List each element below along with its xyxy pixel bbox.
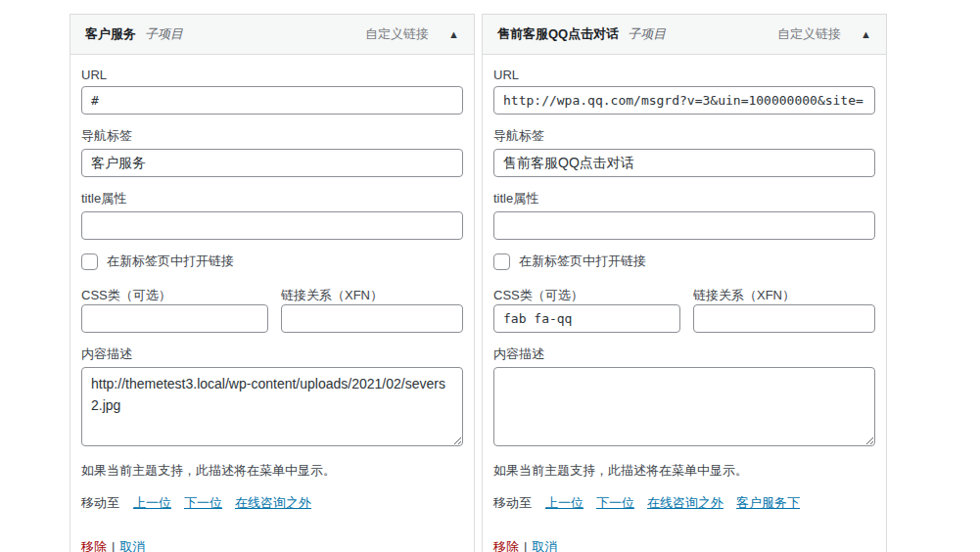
xfn-field-group: 链接关系（XFN）: [693, 287, 875, 333]
move-row: 移动至 上一位 下一位 在线咨询之外 客户服务下: [493, 494, 875, 512]
nav-label-field-group: 导航标签: [493, 127, 875, 177]
remove-link[interactable]: 移除: [493, 539, 519, 552]
subitem-badge: 子项目: [145, 25, 183, 43]
open-new-tab-checkbox[interactable]: [493, 253, 510, 270]
open-new-tab-checkbox[interactable]: [81, 253, 98, 270]
collapse-arrow-icon[interactable]: ▲: [448, 29, 459, 40]
remove-link[interactable]: 移除: [81, 539, 107, 552]
css-class-input[interactable]: [493, 304, 680, 333]
url-field-group: URL: [493, 68, 875, 115]
title-attr-field-group: title属性: [493, 190, 875, 240]
move-to-label: 移动至: [81, 494, 119, 512]
subitem-badge: 子项目: [628, 25, 666, 43]
url-label: URL: [81, 68, 463, 82]
url-input[interactable]: [493, 86, 875, 115]
css-xfn-row: CSS类（可选） 链接关系（XFN）: [81, 287, 463, 333]
cancel-link[interactable]: 取消: [119, 539, 145, 552]
xfn-label: 链接关系（XFN）: [693, 288, 795, 302]
move-under-parent-link[interactable]: 客户服务下: [736, 494, 800, 512]
move-up-link[interactable]: 上一位: [133, 494, 171, 512]
cancel-link[interactable]: 取消: [532, 539, 557, 552]
open-new-tab-label: 在新标签页中打开链接: [519, 253, 646, 270]
menu-items-area: 客户服务 子项目 自定义链接 ▲ URL 导航标签 title属性 在新标签页中…: [0, 0, 980, 552]
menu-item-title: 售前客服QQ点击对话: [497, 25, 619, 43]
css-class-field-group: CSS类（可选）: [493, 287, 680, 333]
description-textarea[interactable]: http://themetest3.local/wp-content/uploa…: [81, 367, 463, 446]
menu-item-panel-presale-qq: 售前客服QQ点击对话 子项目 自定义链接 ▲ URL 导航标签 title属性 …: [482, 14, 887, 552]
item-type-label: 自定义链接: [365, 25, 429, 43]
menu-item-settings: URL 导航标签 title属性 在新标签页中打开链接 CSS类（可选）: [482, 55, 887, 552]
xfn-input[interactable]: [281, 304, 463, 333]
title-attr-input[interactable]: [493, 211, 875, 240]
move-down-link[interactable]: 下一位: [184, 494, 222, 512]
css-class-input[interactable]: [81, 304, 268, 333]
open-new-tab-row: 在新标签页中打开链接: [493, 253, 875, 270]
url-field-group: URL: [81, 68, 463, 115]
description-field-group: 内容描述: [493, 345, 875, 449]
nav-label-input[interactable]: [493, 149, 875, 177]
nav-label-input[interactable]: [81, 149, 463, 177]
xfn-input[interactable]: [693, 304, 875, 333]
title-attr-input[interactable]: [81, 211, 463, 240]
item-type-label: 自定义链接: [777, 25, 841, 43]
move-out-link[interactable]: 在线咨询之外: [647, 494, 723, 512]
xfn-label: 链接关系（XFN）: [281, 288, 383, 302]
open-new-tab-row: 在新标签页中打开链接: [81, 253, 463, 270]
menu-item-handle[interactable]: 客户服务 子项目 自定义链接 ▲: [70, 14, 475, 55]
menu-item-handle[interactable]: 售前客服QQ点击对话 子项目 自定义链接 ▲: [482, 14, 887, 55]
css-class-label: CSS类（可选）: [493, 288, 583, 302]
nav-label-label: 导航标签: [493, 127, 875, 145]
url-input[interactable]: [81, 86, 463, 115]
actions-separator: |: [112, 539, 115, 552]
title-attr-label: title属性: [81, 190, 463, 207]
move-to-label: 移动至: [493, 494, 532, 512]
url-label: URL: [493, 68, 875, 82]
title-attr-label: title属性: [493, 190, 875, 207]
xfn-field-group: 链接关系（XFN）: [281, 287, 463, 333]
description-label: 内容描述: [493, 345, 875, 363]
title-attr-field-group: title属性: [81, 190, 463, 240]
move-up-link[interactable]: 上一位: [545, 494, 583, 512]
move-row: 移动至 上一位 下一位 在线咨询之外: [81, 494, 463, 512]
move-down-link[interactable]: 下一位: [596, 494, 634, 512]
actions-separator: |: [524, 539, 527, 552]
nav-label-field-group: 导航标签: [81, 127, 463, 177]
open-new-tab-label: 在新标签页中打开链接: [107, 253, 234, 270]
nav-label-label: 导航标签: [81, 127, 463, 145]
description-field-group: 内容描述 http://themetest3.local/wp-content/…: [81, 345, 463, 449]
description-hint: 如果当前主题支持，此描述将在菜单中显示。: [81, 462, 463, 480]
item-actions: 移除|取消: [81, 538, 463, 552]
menu-item-panel-customer-service: 客户服务 子项目 自定义链接 ▲ URL 导航标签 title属性 在新标签页中…: [70, 14, 475, 552]
css-xfn-row: CSS类（可选） 链接关系（XFN）: [493, 287, 875, 333]
move-out-link[interactable]: 在线咨询之外: [235, 494, 311, 512]
css-class-label: CSS类（可选）: [81, 288, 171, 302]
menu-item-title: 客户服务: [85, 25, 136, 43]
description-textarea[interactable]: [493, 367, 875, 446]
css-class-field-group: CSS类（可选）: [81, 287, 268, 333]
menu-item-settings: URL 导航标签 title属性 在新标签页中打开链接 CSS类（可选）: [70, 55, 475, 552]
collapse-arrow-icon[interactable]: ▲: [861, 29, 871, 40]
description-hint: 如果当前主题支持，此描述将在菜单中显示。: [493, 462, 875, 480]
description-label: 内容描述: [81, 345, 463, 363]
item-actions: 移除|取消: [493, 538, 875, 552]
